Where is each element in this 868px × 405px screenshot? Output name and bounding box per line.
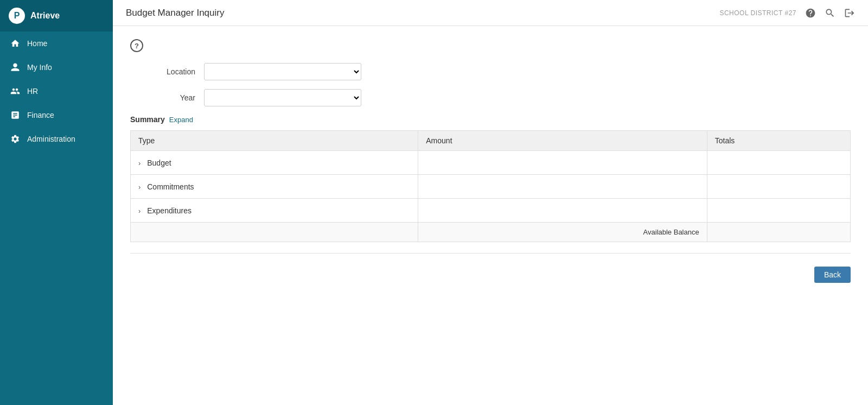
budget-cell: › Budget: [131, 151, 418, 175]
col-totals: Totals: [707, 131, 850, 151]
main-content: Budget Manager Inquiry SCHOOL DISTRICT #…: [113, 0, 868, 405]
table-header-row: Type Amount Totals: [131, 131, 851, 151]
topbar: Budget Manager Inquiry SCHOOL DISTRICT #…: [113, 0, 868, 26]
available-balance-label: Available Balance: [418, 223, 707, 242]
table-footer-row: Available Balance: [131, 223, 851, 242]
sidebar-item-hr[interactable]: HR: [0, 79, 113, 103]
chart-icon: [10, 110, 21, 121]
sidebar-logo: P: [9, 8, 25, 24]
logout-icon[interactable]: [844, 8, 855, 18]
home-icon: [10, 38, 21, 49]
table-row: › Commitments: [131, 175, 851, 199]
sidebar-item-home[interactable]: Home: [0, 31, 113, 55]
topbar-right: SCHOOL DISTRICT #27: [719, 8, 855, 18]
school-district: SCHOOL DISTRICT #27: [719, 9, 796, 17]
sidebar-item-administration-label: Administration: [27, 135, 75, 143]
budget-label: Budget: [147, 159, 171, 167]
commitments-label: Commitments: [147, 182, 194, 191]
location-row: Location: [130, 63, 510, 80]
expenditures-amount-cell: [418, 199, 707, 223]
gear-icon: [10, 134, 21, 144]
table-row: › Budget: [131, 151, 851, 175]
sidebar-item-administration[interactable]: Administration: [0, 127, 113, 151]
year-select[interactable]: [204, 89, 361, 106]
person-icon: [10, 62, 21, 73]
footer-empty-cell: [131, 223, 418, 242]
year-label: Year: [130, 93, 195, 102]
expand-link[interactable]: Expand: [169, 116, 193, 124]
sidebar-header: P Atrieve: [0, 0, 113, 31]
summary-header: Summary Expand: [130, 115, 851, 124]
commitments-amount-cell: [418, 175, 707, 199]
commitments-expand-icon[interactable]: ›: [138, 183, 141, 191]
budget-amount-cell: [418, 151, 707, 175]
sidebar-item-my-info[interactable]: My Info: [0, 55, 113, 79]
available-balance-value-cell: [707, 223, 850, 242]
expenditures-cell: › Expenditures: [131, 199, 418, 223]
col-amount: Amount: [418, 131, 707, 151]
back-button[interactable]: Back: [814, 267, 851, 283]
sidebar-item-finance[interactable]: Finance: [0, 103, 113, 127]
sidebar-item-home-label: Home: [27, 39, 47, 48]
sidebar-item-finance-label: Finance: [27, 111, 54, 119]
commitments-cell: › Commitments: [131, 175, 418, 199]
group-icon: [10, 86, 21, 97]
page-title: Budget Manager Inquiry: [126, 8, 224, 18]
expenditures-label: Expenditures: [147, 206, 192, 215]
budget-expand-icon[interactable]: ›: [138, 159, 141, 167]
budget-totals-cell: [707, 151, 850, 175]
summary-table: Type Amount Totals › Budget ›: [130, 130, 851, 242]
sidebar-app-name: Atrieve: [30, 11, 60, 21]
back-btn-container: Back: [130, 267, 851, 292]
sidebar-item-hr-label: HR: [27, 87, 38, 96]
inline-help-button[interactable]: ?: [130, 39, 143, 52]
col-type: Type: [131, 131, 418, 151]
table-row: › Expenditures: [131, 199, 851, 223]
commitments-totals-cell: [707, 175, 850, 199]
content-area: ? Location Year Summary Expand Type: [113, 26, 868, 405]
summary-title: Summary: [130, 115, 165, 124]
year-row: Year: [130, 89, 510, 106]
location-label: Location: [130, 67, 195, 76]
sidebar: P Atrieve Home My Info HR Finance Admini…: [0, 0, 113, 405]
location-select[interactable]: [204, 63, 361, 80]
sidebar-item-my-info-label: My Info: [27, 63, 52, 72]
divider: [130, 253, 851, 254]
help-icon[interactable]: [805, 8, 816, 18]
expenditures-totals-cell: [707, 199, 850, 223]
expenditures-expand-icon[interactable]: ›: [138, 207, 141, 215]
search-icon[interactable]: [825, 8, 835, 18]
